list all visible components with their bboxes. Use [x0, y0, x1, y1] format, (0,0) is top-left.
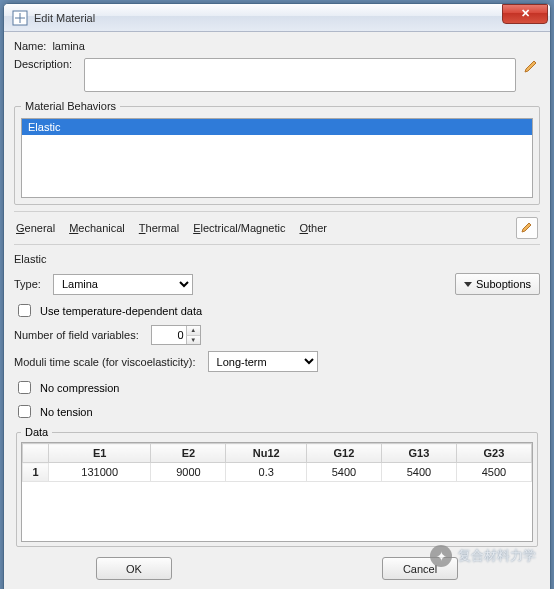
ok-button[interactable]: OK — [96, 557, 172, 580]
dialog-footer: OK Cancel — [14, 547, 540, 586]
menu-other[interactable]: Other — [299, 222, 327, 234]
no-compression-input[interactable] — [18, 381, 31, 394]
edit-description-button[interactable] — [522, 58, 540, 76]
close-button[interactable]: ✕ — [502, 4, 548, 24]
cell-g12[interactable]: 5400 — [306, 463, 381, 482]
col-g13[interactable]: G13 — [381, 444, 456, 463]
chevron-down-icon — [464, 282, 472, 287]
description-input[interactable] — [84, 58, 516, 92]
app-icon — [12, 10, 28, 26]
description-label: Description: — [14, 58, 72, 70]
data-table: E1 E2 Nu12 G12 G13 G23 1 131000 9000 — [22, 443, 532, 482]
menu-electrical[interactable]: Electrical/Magnetic — [193, 222, 285, 234]
data-table-wrap[interactable]: E1 E2 Nu12 G12 G13 G23 1 131000 9000 — [21, 442, 533, 542]
type-label: Type: — [14, 278, 41, 290]
row-header-blank — [23, 444, 49, 463]
type-select[interactable]: Lamina — [53, 274, 193, 295]
no-compression-label: No compression — [40, 382, 119, 394]
cell-e1[interactable]: 131000 — [49, 463, 151, 482]
menu-thermal[interactable]: Thermal — [139, 222, 179, 234]
cell-g13[interactable]: 5400 — [381, 463, 456, 482]
row-number[interactable]: 1 — [23, 463, 49, 482]
menu-general[interactable]: General — [16, 222, 55, 234]
dialog-body: Name: lamina Description: Material Behav… — [4, 32, 550, 589]
col-g12[interactable]: G12 — [306, 444, 381, 463]
cell-e2[interactable]: 9000 — [151, 463, 226, 482]
name-label: Name: — [14, 40, 46, 52]
pencil-icon — [520, 220, 534, 236]
pencil-icon — [523, 58, 539, 76]
col-e1[interactable]: E1 — [49, 444, 151, 463]
nfv-stepper[interactable]: ▲ ▼ — [151, 325, 201, 345]
cell-g23[interactable]: 4500 — [456, 463, 531, 482]
behaviors-list[interactable]: Elastic — [21, 118, 533, 198]
material-behaviors-legend: Material Behaviors — [21, 100, 120, 112]
menu-mechanical[interactable]: Mechanical — [69, 222, 125, 234]
no-compression-checkbox[interactable]: No compression — [14, 378, 540, 397]
table-row[interactable]: 1 131000 9000 0.3 5400 5400 4500 — [23, 463, 532, 482]
moduli-select[interactable]: Long-term — [208, 351, 318, 372]
nfv-label: Number of field variables: — [14, 329, 139, 341]
no-tension-input[interactable] — [18, 405, 31, 418]
moduli-label: Moduli time scale (for viscoelasticity): — [14, 356, 196, 368]
name-value: lamina — [52, 40, 84, 52]
cancel-button[interactable]: Cancel — [382, 557, 458, 580]
suboptions-label: Suboptions — [476, 278, 531, 290]
titlebar: Edit Material ✕ — [4, 4, 550, 32]
behavior-item[interactable]: Elastic — [22, 119, 532, 135]
window-title: Edit Material — [34, 12, 502, 24]
data-legend: Data — [21, 426, 52, 438]
elastic-heading: Elastic — [14, 253, 540, 265]
data-group: Data E1 E2 Nu12 G12 G13 G23 — [16, 426, 538, 547]
use-temperature-input[interactable] — [18, 304, 31, 317]
delete-behavior-button[interactable] — [516, 217, 538, 239]
material-behaviors-group: Material Behaviors Elastic — [14, 100, 540, 205]
nfv-up[interactable]: ▲ — [186, 326, 200, 336]
behavior-menubar: General Mechanical Thermal Electrical/Ma… — [14, 211, 540, 245]
col-nu12[interactable]: Nu12 — [226, 444, 306, 463]
no-tension-label: No tension — [40, 406, 93, 418]
close-icon: ✕ — [521, 7, 530, 20]
suboptions-button[interactable]: Suboptions — [455, 273, 540, 295]
edit-material-window: Edit Material ✕ Name: lamina Description… — [3, 3, 551, 589]
nfv-down[interactable]: ▼ — [186, 336, 200, 345]
cell-nu12[interactable]: 0.3 — [226, 463, 306, 482]
col-g23[interactable]: G23 — [456, 444, 531, 463]
col-e2[interactable]: E2 — [151, 444, 226, 463]
use-temperature-label: Use temperature-dependent data — [40, 305, 202, 317]
no-tension-checkbox[interactable]: No tension — [14, 402, 540, 421]
use-temperature-checkbox[interactable]: Use temperature-dependent data — [14, 301, 540, 320]
